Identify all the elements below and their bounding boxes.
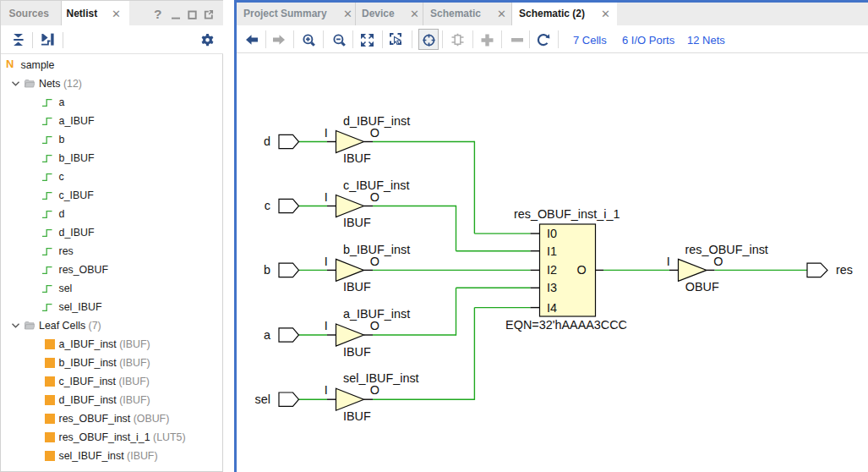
svg-text:I0: I0 <box>547 227 557 240</box>
svg-text:I4: I4 <box>547 301 557 315</box>
svg-text:I: I <box>325 255 328 268</box>
svg-text:a: a <box>264 328 270 342</box>
svg-text:IBUF: IBUF <box>343 345 371 359</box>
svg-text:O: O <box>576 263 586 277</box>
svg-text:b_IBUF_inst: b_IBUF_inst <box>343 243 410 256</box>
svg-text:O: O <box>370 319 379 332</box>
svg-text:b: b <box>264 263 270 277</box>
svg-text:I1: I1 <box>547 244 557 258</box>
svg-text:IBUF: IBUF <box>343 216 371 229</box>
svg-text:res_OBUF_inst: res_OBUF_inst <box>685 243 768 256</box>
svg-text:IBUF: IBUF <box>343 409 371 423</box>
svg-text:O: O <box>370 190 379 204</box>
svg-text:a_IBUF_inst: a_IBUF_inst <box>343 307 410 321</box>
svg-text:IBUF: IBUF <box>343 280 371 294</box>
svg-text:EQN=32'hAAAA3CCC: EQN=32'hAAAA3CCC <box>505 318 627 332</box>
svg-text:O: O <box>370 383 379 397</box>
svg-text:IBUF: IBUF <box>343 151 371 165</box>
svg-text:I: I <box>325 190 328 204</box>
svg-text:res_OBUF_inst_i_1: res_OBUF_inst_i_1 <box>514 207 620 221</box>
svg-text:OBUF: OBUF <box>685 280 719 294</box>
svg-text:I: I <box>667 255 670 268</box>
svg-text:d: d <box>264 134 270 148</box>
svg-text:res: res <box>836 263 853 277</box>
svg-text:c: c <box>265 199 270 212</box>
svg-text:O: O <box>370 255 379 268</box>
svg-text:I: I <box>325 126 328 140</box>
svg-text:sel_IBUF_inst: sel_IBUF_inst <box>343 371 419 385</box>
svg-text:I: I <box>325 383 328 397</box>
svg-text:O: O <box>713 255 723 268</box>
svg-text:I3: I3 <box>547 281 557 294</box>
svg-text:sel: sel <box>255 392 270 406</box>
svg-text:I: I <box>325 319 328 332</box>
svg-text:d_IBUF_inst: d_IBUF_inst <box>343 114 410 128</box>
svg-text:O: O <box>370 126 379 140</box>
svg-text:I2: I2 <box>547 263 557 277</box>
svg-text:c_IBUF_inst: c_IBUF_inst <box>343 178 409 192</box>
